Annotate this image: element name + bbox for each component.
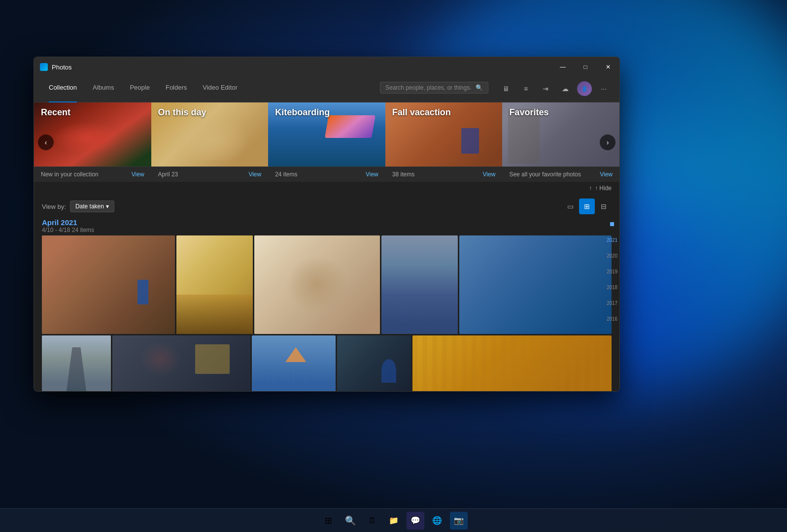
title-bar: Photos — □ ✕: [34, 57, 619, 77]
search-bar[interactable]: 🔍: [380, 82, 488, 94]
photo-cell[interactable]: [412, 335, 612, 391]
tab-collection[interactable]: Collection: [42, 77, 84, 102]
timeline-year-2019[interactable]: 2019: [607, 268, 617, 275]
photo-cell[interactable]: [459, 235, 612, 334]
photo-cell[interactable]: [42, 235, 175, 334]
photo-grid-section: April 2021 4/10 - 4/18 24 items: [34, 218, 619, 391]
minimize-button[interactable]: —: [551, 57, 574, 77]
card-kiteboarding-view[interactable]: View: [366, 171, 378, 178]
card-onthisday-subtitle: April 23: [158, 171, 178, 178]
card-kiteboarding-title: Kiteboarding: [268, 102, 385, 123]
cards-wrapper: Recent New in your collection View On th…: [34, 102, 619, 182]
card-favorites-footer: See all your favorite photos View: [502, 166, 619, 182]
more-options-icon[interactable]: ···: [596, 81, 612, 97]
cards-nav-left[interactable]: ‹: [38, 134, 54, 150]
timeline-year-2017[interactable]: 2017: [607, 300, 617, 307]
files-icon[interactable]: 📁: [385, 512, 403, 530]
card-onthisday-footer: April 23 View: [151, 166, 269, 182]
date-taken-label: Date taken: [75, 203, 104, 210]
photo-cell[interactable]: [381, 235, 458, 334]
card-recent-view[interactable]: View: [132, 171, 144, 178]
timeline-year-2016[interactable]: 2016: [607, 316, 617, 323]
share-icon[interactable]: ⇥: [538, 81, 553, 97]
list-icon[interactable]: ≡: [518, 81, 534, 97]
cards-nav-right[interactable]: ›: [600, 134, 616, 150]
photo-cell[interactable]: [42, 335, 111, 391]
toolbar-icons: 🖥 ≡ ⇥ ☁ 👤 ···: [498, 81, 612, 97]
view-mode-buttons: ▭ ⊞ ⊟: [562, 199, 612, 214]
tab-folders[interactable]: Folders: [159, 77, 194, 102]
view-controls: View by: Date taken ▾ ▭ ⊞ ⊟: [34, 195, 619, 218]
card-favorites-view[interactable]: View: [600, 171, 613, 178]
edge-icon[interactable]: 🌐: [428, 512, 446, 530]
photo-cell[interactable]: [112, 335, 250, 391]
card-onthisday-title: On this day: [151, 102, 269, 123]
date-taken-button[interactable]: Date taken ▾: [70, 200, 114, 212]
photo-cell[interactable]: [176, 235, 253, 334]
app-icon: [40, 63, 48, 71]
photos-taskbar-icon[interactable]: 📷: [450, 512, 468, 530]
search-icon: 🔍: [476, 84, 483, 91]
maximize-button[interactable]: □: [574, 57, 597, 77]
avatar-button[interactable]: 👤: [577, 81, 592, 96]
card-kiteboarding-footer: 24 items View: [268, 166, 385, 182]
timeline-year-2021[interactable]: 2021: [607, 237, 617, 244]
calendar-icon[interactable]: 🗓: [363, 512, 381, 530]
close-button[interactable]: ✕: [597, 57, 619, 77]
window-controls: — □ ✕: [551, 57, 619, 77]
photo-row-2: [42, 335, 612, 391]
photo-cell[interactable]: [252, 335, 336, 391]
start-button[interactable]: ⊞: [320, 512, 338, 530]
photo-cell[interactable]: [254, 235, 380, 334]
timeline-bar: 2021 2020 2019 2018 2017 2016: [605, 218, 619, 391]
card-kiteboarding-subtitle: 24 items: [275, 171, 297, 178]
card-onthisday[interactable]: On this day April 23 View: [151, 102, 269, 182]
window-title: Photos: [52, 64, 547, 71]
navigation-bar: Collection Albums People Folders Video E…: [34, 77, 619, 102]
search-taskbar-icon[interactable]: 🔍: [342, 512, 359, 530]
card-kiteboarding[interactable]: Kiteboarding 24 items View: [268, 102, 385, 182]
section-header: April 2021 4/10 - 4/18 24 items: [42, 218, 612, 233]
card-fallvacation[interactable]: Fall vacaction 38 items View: [385, 102, 503, 182]
main-content: ‹ Recent New in your collection View: [34, 102, 619, 391]
teams-icon[interactable]: 💬: [407, 512, 424, 530]
photos-app-window: Photos — □ ✕ Collection Albums People Fo…: [34, 57, 620, 392]
monitor-icon[interactable]: 🖥: [498, 81, 514, 97]
hide-label: ↑ Hide: [595, 185, 612, 192]
section-title: April 2021: [42, 218, 612, 227]
view-mode-large-grid[interactable]: ⊟: [596, 199, 612, 214]
tab-video-editor[interactable]: Video Editor: [196, 77, 244, 102]
photo-row-1: [42, 235, 612, 334]
timeline-year-2020[interactable]: 2020: [607, 253, 617, 260]
tab-people[interactable]: People: [123, 77, 156, 102]
card-favorites-subtitle: See all your favorite photos: [509, 171, 581, 178]
card-recent-subtitle: New in your collection: [41, 171, 99, 178]
timeline-year-2018[interactable]: 2018: [607, 284, 617, 291]
view-mode-single[interactable]: ▭: [562, 199, 578, 214]
tab-albums[interactable]: Albums: [86, 77, 121, 102]
timeline-thumb: [610, 222, 614, 226]
card-fallvacation-view[interactable]: View: [483, 171, 496, 178]
card-fallvacation-title: Fall vacaction: [385, 102, 503, 123]
photo-cell[interactable]: [337, 335, 411, 391]
view-by-label: View by:: [42, 203, 66, 210]
card-onthisday-view[interactable]: View: [248, 171, 261, 178]
hide-arrow-icon: ↑: [589, 185, 592, 192]
cards-section: ‹ Recent New in your collection View: [34, 102, 619, 182]
hide-button[interactable]: ↑ ↑ Hide: [34, 182, 619, 195]
taskbar: ⊞ 🔍 🗓 📁 💬 🌐 📷: [0, 508, 787, 532]
card-favorites-title: Favorites: [502, 102, 619, 123]
card-fallvacation-footer: 38 items View: [385, 166, 503, 182]
search-input[interactable]: [385, 84, 472, 91]
cloud-icon[interactable]: ☁: [557, 81, 573, 97]
card-recent-footer: New in your collection View: [34, 166, 151, 182]
section-subtitle: 4/10 - 4/18 24 items: [42, 227, 612, 233]
view-mode-grid[interactable]: ⊞: [579, 199, 595, 214]
card-fallvacation-subtitle: 38 items: [392, 171, 414, 178]
chevron-down-icon: ▾: [106, 203, 109, 210]
card-recent-title: Recent: [34, 102, 151, 123]
